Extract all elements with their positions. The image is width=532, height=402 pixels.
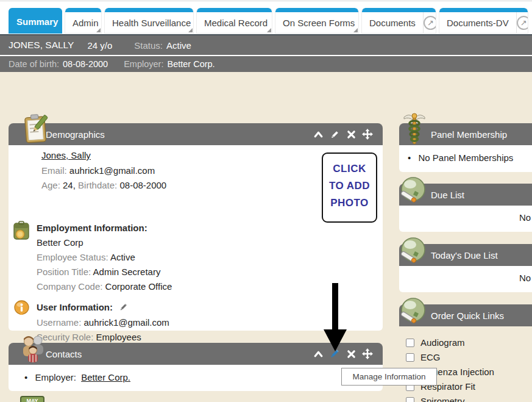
- username-value: auhrick1@gmail.com: [84, 317, 169, 328]
- tab-documents-dv[interactable]: Documents-DV ↗: [439, 8, 528, 34]
- employer-value: Better Corp.: [167, 59, 215, 69]
- tab-top-accent: [439, 8, 528, 12]
- order-quick-links-body: Audiogram ECG Influenza Injection Respir…: [399, 326, 532, 402]
- dob-value: 08-08-2000: [63, 59, 108, 69]
- tab-top-accent: [362, 8, 436, 12]
- contacts-title: Contacts: [46, 349, 82, 359]
- todays-due-list-panel: Today's Due List No: [399, 244, 532, 292]
- birthdate-label: Birthdate:: [78, 180, 117, 190]
- top-divider: [0, 1, 532, 1]
- contacts-body: • Employer: Better Corp.: [9, 365, 383, 391]
- patient-name: JONES, SALLY: [9, 40, 74, 51]
- calendar-may-icon: MAY: [20, 396, 44, 402]
- position-title-label: Position Title:: [37, 267, 91, 277]
- birthdate-value: 08-08-2000: [119, 180, 166, 190]
- edit-pencil-icon[interactable]: [329, 129, 340, 140]
- contact-employer-label: Employer:: [35, 372, 76, 382]
- employee-status-label: Employee Status:: [37, 252, 108, 262]
- status-value: Active: [166, 40, 191, 51]
- checkbox-row-spirometry[interactable]: Spirometry: [406, 396, 465, 402]
- caduceus-icon: [402, 112, 427, 149]
- todays-due-list-title: Today's Due List: [431, 250, 498, 260]
- checkbox-unchecked[interactable]: [406, 397, 414, 402]
- tab-summary-label: Summary: [9, 8, 62, 33]
- checkbox-row-audiogram[interactable]: Audiogram: [406, 337, 465, 348]
- tab-top-accent: [275, 8, 358, 12]
- company-code-value: Corporate Office: [105, 281, 172, 292]
- panel-membership-body: • No Panel Memberships: [399, 145, 532, 172]
- tab-summary[interactable]: Summary: [9, 8, 62, 34]
- list-bullet: •: [408, 153, 411, 163]
- panel-membership-title: Panel Membership: [431, 129, 507, 140]
- tab-documents-dv-popout[interactable]: ↗: [516, 12, 528, 33]
- move-icon[interactable]: [362, 129, 373, 140]
- due-list-title: Due List: [431, 190, 464, 200]
- list-bullet: •: [24, 372, 27, 382]
- age-label: Age:: [41, 180, 60, 190]
- todays-due-list-body: No: [399, 266, 532, 292]
- move-icon[interactable]: [362, 348, 373, 359]
- employee-status-value: Active: [110, 252, 135, 262]
- order-quick-links-panel: Order Quick Links Audiogram ECG Influenz…: [399, 304, 532, 402]
- tab-top-accent: [197, 8, 272, 12]
- security-role-value: Employees: [96, 332, 141, 342]
- checkbox-label: Audiogram: [420, 337, 465, 348]
- checkbox-label: Spirometry: [420, 396, 465, 402]
- external-link-icon: ↗: [517, 16, 528, 30]
- edit-user-pencil-icon[interactable]: [119, 303, 128, 314]
- thermometer-orb-icon: [397, 235, 428, 269]
- close-icon[interactable]: [346, 129, 356, 140]
- tab-on-screen-forms[interactable]: On Screen Forms: [275, 8, 359, 34]
- checkbox-label: ECG: [420, 352, 441, 362]
- tab-dropdown-fold-icon: [96, 28, 101, 32]
- age-value: 24,: [63, 180, 76, 190]
- due-list-empty-text: No: [519, 212, 531, 223]
- dob-label: Date of birth:: [9, 59, 59, 69]
- tab-dropdown-fold-icon: [188, 28, 193, 32]
- panel-membership-panel: Panel Membership • No Panel Memberships: [399, 123, 532, 172]
- tab-medical-record[interactable]: Medical Record: [196, 8, 272, 34]
- annotation-arrow-down: [322, 283, 349, 353]
- clipboard-icon: [22, 113, 49, 147]
- todays-due-list-empty-text: No: [519, 273, 531, 283]
- tab-bar: Summary Admin Health Surveillance Medica…: [9, 8, 528, 34]
- demographics-title: Demographics: [46, 129, 105, 140]
- tab-health-surveillance[interactable]: Health Surveillance: [104, 8, 194, 34]
- contact-employer-link[interactable]: Better Corp.: [81, 372, 130, 382]
- tab-documents[interactable]: Documents ↗: [361, 8, 436, 34]
- tab-documents-popout[interactable]: ↗: [423, 12, 436, 33]
- due-list-panel: Due List No: [399, 184, 532, 232]
- checkbox-unchecked[interactable]: [406, 339, 414, 347]
- employment-company: Better Corp: [37, 237, 83, 248]
- tab-top-accent: [65, 8, 101, 12]
- patient-age: 24 y/o: [87, 40, 112, 51]
- no-panel-memberships-text: No Panel Memberships: [418, 153, 513, 163]
- thermometer-orb-icon: [397, 174, 428, 209]
- order-quick-links-title: Order Quick Links: [431, 310, 504, 321]
- email-value: auhrick1@gmail.com: [69, 165, 155, 176]
- family-contacts-icon: [20, 334, 47, 368]
- tab-admin[interactable]: Admin: [65, 8, 102, 34]
- manage-information-tooltip: Manage Information: [341, 368, 437, 386]
- info-icon: [14, 300, 29, 319]
- checkbox-unchecked[interactable]: [406, 353, 414, 362]
- employment-heading: Employment Information:: [37, 223, 147, 233]
- demographics-header: Demographics: [9, 123, 383, 145]
- position-title-value: Admin Secretary: [93, 267, 161, 277]
- checkbox-row-ecg[interactable]: ECG: [406, 352, 441, 362]
- patient-header-bar: JONES, SALLY 24 y/o Status: Active: [0, 34, 532, 55]
- username-label: Username:: [37, 317, 81, 328]
- add-photo-placeholder[interactable]: CLICK TO ADD PHOTO: [322, 153, 377, 223]
- user-info-heading: User Information:: [37, 302, 113, 312]
- tab-dropdown-fold-icon: [353, 28, 358, 32]
- company-code-label: Company Code:: [37, 281, 102, 292]
- collapse-chevron-icon[interactable]: [313, 129, 324, 140]
- external-link-icon: ↗: [424, 16, 436, 30]
- patient-subheader-bar: Date of birth: 08-08-2000 Employer: Bett…: [0, 56, 532, 72]
- briefcase-icon: [13, 221, 30, 243]
- status-label: Status:: [134, 40, 163, 51]
- due-list-body: No: [399, 206, 532, 232]
- patient-name-link[interactable]: Jones, Sally: [41, 150, 91, 160]
- tab-top-accent: [105, 8, 193, 12]
- email-label: Email:: [41, 165, 67, 176]
